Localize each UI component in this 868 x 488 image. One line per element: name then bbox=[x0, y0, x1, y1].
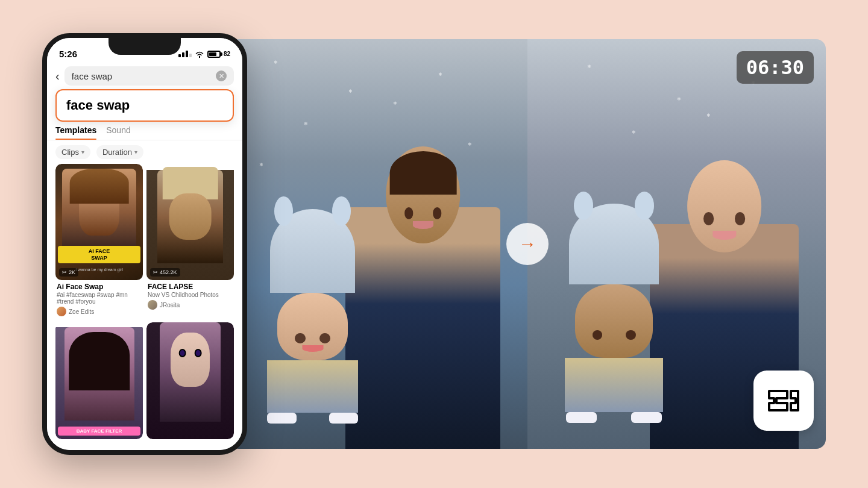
child-figure-before bbox=[256, 209, 370, 449]
main-container: 5:26 bbox=[42, 21, 826, 467]
phone-screen: 5:26 bbox=[47, 38, 242, 450]
swapped-eye-left bbox=[593, 330, 603, 340]
author-avatar-2 bbox=[148, 300, 157, 310]
timer-text: 06:30 bbox=[746, 56, 804, 79]
adult-eye-left bbox=[404, 207, 414, 219]
back-button[interactable]: ‹ bbox=[55, 69, 60, 83]
card1-hair bbox=[69, 169, 129, 204]
comparison-arrow: → bbox=[506, 223, 549, 265]
status-time: 5:26 bbox=[59, 49, 77, 59]
child-hat-shape bbox=[270, 209, 355, 293]
phone-notch bbox=[108, 38, 181, 55]
search-query-text: face swap bbox=[72, 71, 113, 81]
wifi-icon bbox=[195, 51, 204, 58]
video-card-4[interactable] bbox=[146, 322, 234, 439]
child-swapped-face bbox=[575, 284, 653, 358]
glove-right-after bbox=[631, 412, 662, 423]
video-grid: AI FACESWAP I wanna be my dream girl ✂ 2… bbox=[47, 164, 242, 439]
arrow-icon: → bbox=[518, 234, 536, 254]
adult-swapped-face bbox=[687, 160, 762, 252]
card4-eyes bbox=[174, 349, 206, 357]
battery-fill bbox=[209, 52, 216, 56]
glove-left bbox=[267, 413, 296, 424]
duration-filter[interactable]: Duration ▾ bbox=[96, 145, 143, 159]
video-card-3[interactable]: BABY FACE FILTER bbox=[55, 322, 143, 439]
child-gloves-after bbox=[566, 412, 661, 423]
card4-background bbox=[146, 322, 234, 439]
bar2 bbox=[182, 52, 184, 57]
view-count-2: 452.2K bbox=[160, 269, 177, 275]
video-title-1: Ai Face Swap bbox=[57, 283, 142, 291]
card1-background: AI FACESWAP I wanna be my dream girl bbox=[55, 164, 143, 280]
capcut-logo bbox=[753, 371, 814, 431]
status-icons: 82 bbox=[178, 51, 230, 58]
phone-mockup: 5:26 bbox=[42, 33, 247, 455]
card4-face bbox=[171, 333, 210, 387]
clips-filter[interactable]: Clips ▾ bbox=[55, 145, 90, 159]
bar4 bbox=[189, 54, 192, 57]
card3-face bbox=[64, 327, 134, 421]
video-author-2: JRosita bbox=[148, 300, 233, 310]
card3-badge: BABY FACE FILTER bbox=[58, 427, 140, 436]
child-eye-left bbox=[295, 333, 305, 343]
card3-background: BABY FACE FILTER bbox=[55, 327, 143, 439]
video-thumb-2: ✂ 452.2K bbox=[146, 164, 234, 280]
adult-swapped-mouth bbox=[712, 231, 737, 240]
hat-ear-right bbox=[332, 196, 351, 226]
duration-arrow-icon: ▾ bbox=[134, 149, 137, 155]
search-area: ‹ face swap ✕ bbox=[47, 63, 242, 89]
scissors-icon-2: ✂ bbox=[153, 269, 158, 275]
timer-badge: 06:30 bbox=[737, 51, 814, 84]
tab-templates[interactable]: Templates bbox=[55, 125, 96, 140]
video-card-2[interactable]: ✂ 452.2K FACE LAPSE Now VS Childhood Pho… bbox=[146, 164, 234, 319]
child-body-after bbox=[565, 358, 662, 412]
video-info-1: Ai Face Swap #ai #faceswap #swap #mn #tr… bbox=[55, 280, 143, 319]
card4-figure bbox=[160, 322, 221, 421]
hat-area-after bbox=[555, 204, 674, 284]
autocomplete-dropdown[interactable]: face swap bbox=[55, 89, 234, 122]
author-name-1: Zoe Edits bbox=[69, 308, 94, 315]
clips-arrow-icon: ▾ bbox=[81, 149, 84, 155]
scissors-badge-1: ✂ 2K bbox=[59, 268, 78, 277]
video-thumb-3: BABY FACE FILTER bbox=[55, 322, 143, 439]
adult-hair-before bbox=[389, 151, 456, 195]
author-name-2: JRosita bbox=[160, 302, 180, 308]
child-figure-after bbox=[555, 204, 674, 449]
card2-person bbox=[157, 170, 223, 263]
video-card-1[interactable]: AI FACESWAP I wanna be my dream girl ✂ 2… bbox=[55, 164, 143, 319]
child-face-before bbox=[277, 293, 348, 360]
capcut-symbol bbox=[764, 386, 803, 415]
video-info-2: FACE LAPSE Now VS Childhood Photos JRosi… bbox=[146, 280, 234, 312]
card1-badge: AI FACESWAP bbox=[58, 246, 140, 264]
video-author-1: Zoe Edits bbox=[57, 307, 142, 316]
anime-eye-right bbox=[195, 349, 202, 357]
adult-swapped-eye-right bbox=[735, 212, 745, 225]
tab-sound[interactable]: Sound bbox=[106, 125, 130, 140]
hat-ear-right-after bbox=[635, 192, 655, 220]
author-avatar-1 bbox=[57, 307, 66, 316]
card2-face bbox=[169, 193, 212, 240]
glove-right bbox=[329, 413, 358, 424]
scissors-badge-2: ✂ 452.2K bbox=[150, 268, 180, 277]
bar1 bbox=[178, 54, 181, 57]
adult-eye-right bbox=[433, 207, 442, 219]
adult-face-before bbox=[386, 146, 461, 243]
glove-left-after bbox=[566, 412, 597, 423]
child-gloves bbox=[267, 413, 357, 424]
child-hat-after bbox=[569, 204, 659, 284]
clear-button[interactable]: ✕ bbox=[216, 70, 227, 81]
search-input-box[interactable]: face swap ✕ bbox=[64, 66, 234, 86]
swapped-eye-right bbox=[626, 330, 636, 340]
child-mouth bbox=[302, 345, 323, 352]
before-people bbox=[229, 80, 527, 449]
tabs-row: Templates Sound bbox=[47, 122, 242, 140]
view-count-1: 2K bbox=[69, 269, 75, 275]
photo-after: ❄ ❄ ❄ ❄ ❄ 06:30 bbox=[527, 39, 826, 449]
video-desc-1: #ai #faceswap #swap #mn #trend #foryou bbox=[57, 292, 142, 305]
battery-percent: 82 bbox=[224, 51, 230, 57]
hat-ear-left-after bbox=[574, 192, 594, 220]
video-thumb-4 bbox=[146, 322, 234, 439]
video-desc-2: Now VS Childhood Photos bbox=[148, 292, 233, 298]
bar3 bbox=[186, 51, 188, 57]
child-body-before bbox=[267, 360, 357, 413]
